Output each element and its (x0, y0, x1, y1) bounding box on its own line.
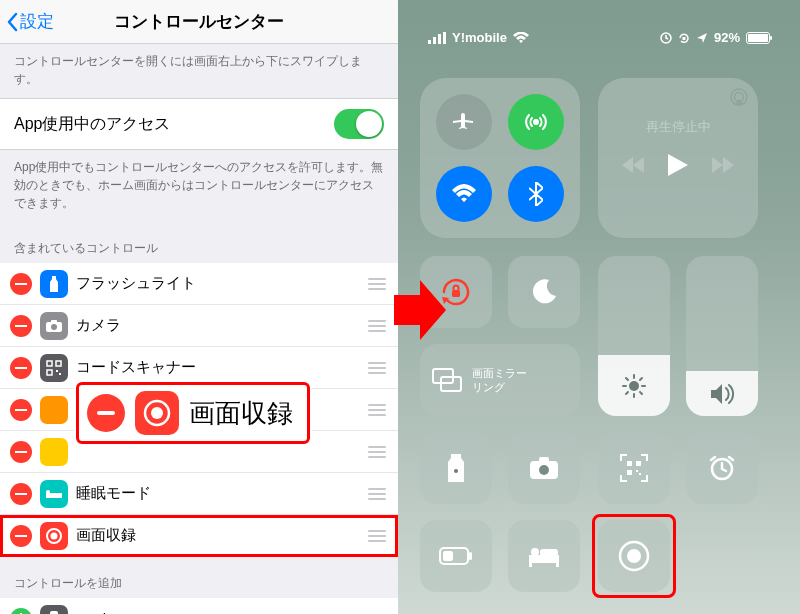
brightness-slider[interactable] (598, 256, 670, 416)
svg-rect-9 (56, 370, 58, 372)
remove-button[interactable] (10, 483, 32, 505)
reorder-grip[interactable] (366, 404, 388, 416)
qr-scanner-button[interactable] (598, 432, 670, 504)
cellular-button[interactable] (508, 94, 564, 150)
speaker-icon (710, 383, 734, 405)
svg-rect-19 (50, 611, 58, 615)
battery-icon (439, 547, 473, 565)
svg-rect-15 (46, 490, 50, 494)
svg-point-22 (151, 407, 163, 419)
camera-icon (40, 312, 68, 340)
minus-icon (87, 394, 125, 432)
screen-mirroring-label: 画面ミラー リング (472, 366, 527, 395)
nav-bar: 設定 コントロールセンター (0, 0, 398, 44)
svg-rect-10 (59, 373, 61, 375)
control-center-pane: Y!mobile 92% 再生 (398, 0, 800, 614)
unknown-icon (40, 438, 68, 466)
location-indicator-icon (696, 32, 708, 44)
svg-rect-38 (539, 457, 549, 463)
flashlight-button[interactable] (420, 432, 492, 504)
svg-rect-25 (438, 34, 441, 44)
wifi-button[interactable] (436, 166, 492, 222)
reorder-grip[interactable] (366, 362, 388, 374)
camera-icon (529, 456, 559, 480)
back-label: 設定 (20, 10, 54, 33)
svg-rect-53 (540, 549, 558, 556)
screen-record-callout: 画面収録 (76, 382, 310, 444)
media-panel[interactable]: 再生停止中 (598, 78, 758, 238)
row-sleep[interactable]: 睡眠モード (0, 473, 398, 515)
hint-top: コントロールセンターを開くには画面右上から下にスワイプします。 (0, 44, 398, 98)
battery-percent: 92% (714, 30, 740, 45)
remove-button[interactable] (10, 315, 32, 337)
sun-icon (622, 374, 646, 398)
settings-pane: 設定 コントロールセンター コントロールセンターを開くには画面右上から下にスワイ… (0, 0, 398, 614)
reorder-grip[interactable] (366, 488, 388, 500)
bed-icon (40, 480, 68, 508)
svg-point-29 (533, 119, 539, 125)
volume-slider[interactable] (686, 256, 758, 416)
qrcode-icon (620, 454, 648, 482)
remove-button[interactable] (10, 441, 32, 463)
dnd-button[interactable] (508, 256, 580, 328)
airplane-button[interactable] (436, 94, 492, 150)
next-track-icon[interactable] (712, 157, 734, 173)
svg-rect-42 (627, 470, 632, 475)
included-header: 含まれているコントロール (0, 222, 398, 263)
unknown-icon (40, 396, 68, 424)
back-button[interactable]: 設定 (6, 10, 54, 33)
access-label: App使用中のアクセス (14, 114, 170, 135)
row-flashlight[interactable]: フラッシュライト (0, 263, 398, 305)
row-label: Apple TV Remote (76, 610, 388, 614)
bluetooth-button[interactable] (508, 166, 564, 222)
connectivity-panel[interactable] (420, 78, 580, 238)
svg-point-35 (629, 381, 639, 391)
alarm-icon (708, 454, 736, 482)
svg-rect-51 (556, 562, 559, 567)
remove-button[interactable] (10, 357, 32, 379)
prev-track-icon[interactable] (622, 157, 644, 173)
camera-button[interactable] (508, 432, 580, 504)
remote-icon (40, 605, 68, 615)
sleep-mode-button[interactable] (508, 520, 580, 592)
row-screen-record[interactable]: 画面収録 (0, 515, 398, 557)
airplane-icon (452, 110, 476, 134)
svg-rect-5 (15, 367, 27, 369)
screen-mirroring-button[interactable]: 画面ミラー リング (420, 344, 580, 416)
qrcode-icon (40, 354, 68, 382)
play-icon[interactable] (668, 154, 688, 176)
svg-rect-13 (15, 493, 27, 495)
svg-rect-7 (56, 361, 61, 366)
svg-rect-50 (529, 562, 532, 567)
access-switch[interactable] (334, 109, 384, 139)
svg-rect-3 (51, 320, 57, 323)
flashlight-icon (40, 270, 68, 298)
svg-point-18 (51, 532, 58, 539)
cellular-icon (428, 32, 446, 44)
alarm-button[interactable] (686, 432, 758, 504)
reorder-grip[interactable] (366, 446, 388, 458)
svg-rect-24 (433, 37, 436, 44)
row-label: フラッシュライト (76, 274, 366, 293)
reorder-grip[interactable] (366, 530, 388, 542)
callout-label: 画面収録 (189, 396, 293, 431)
reorder-grip[interactable] (366, 320, 388, 332)
svg-rect-20 (97, 411, 115, 415)
airplay-icon[interactable] (728, 86, 750, 108)
bed-icon (528, 545, 560, 567)
svg-rect-41 (636, 461, 641, 466)
svg-rect-40 (627, 461, 632, 466)
remove-button[interactable] (10, 525, 32, 547)
remove-button[interactable] (10, 273, 32, 295)
reorder-grip[interactable] (366, 278, 388, 290)
remove-button[interactable] (10, 399, 32, 421)
page-title: コントロールセンター (114, 10, 284, 33)
bluetooth-icon (529, 182, 543, 206)
low-power-button[interactable] (420, 520, 492, 592)
add-button[interactable] (10, 608, 32, 615)
wifi-icon (451, 184, 477, 204)
row-camera[interactable]: カメラ (0, 305, 398, 347)
row-label: コードスキャナー (76, 358, 366, 377)
row-appletv[interactable]: Apple TV Remote (0, 598, 398, 614)
svg-point-52 (531, 548, 539, 556)
